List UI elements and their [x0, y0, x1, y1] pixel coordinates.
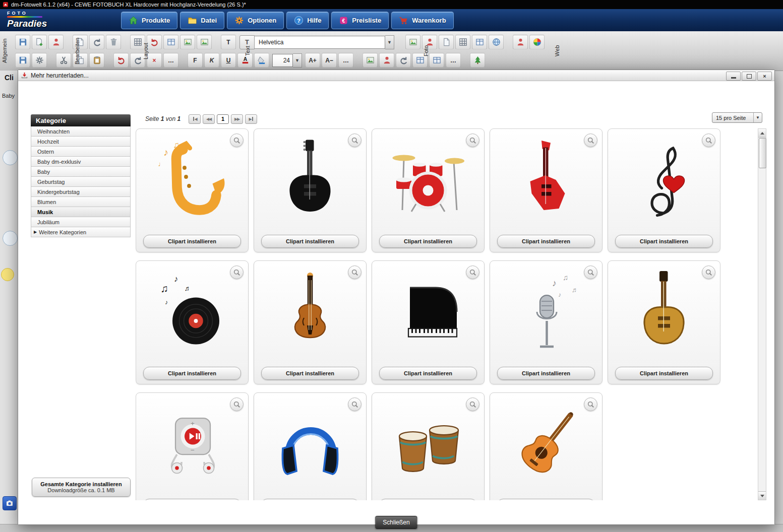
- more-icon[interactable]: …: [338, 53, 353, 68]
- category-item-baby-dm-exklusiv[interactable]: Baby dm-exklusiv: [31, 157, 131, 167]
- category-item-baby[interactable]: Baby: [31, 167, 131, 177]
- scroll-up-button[interactable]: [758, 129, 766, 138]
- zoom-icon[interactable]: [702, 134, 715, 147]
- more-icon[interactable]: …: [446, 53, 461, 68]
- nav-produkte-button[interactable]: Produkte: [121, 12, 177, 29]
- category-item-weitere-kategorien[interactable]: ▶Weitere Kategorien: [31, 227, 131, 237]
- dialog-maximize-button[interactable]: [742, 72, 756, 81]
- globe-icon[interactable]: [489, 35, 504, 49]
- insert-frames-icon[interactable]: [197, 35, 212, 49]
- dialog-close-button[interactable]: ×: [757, 72, 772, 81]
- insert-textframe-icon[interactable]: T: [221, 35, 236, 49]
- clipart-install-button[interactable]: Clipart installieren: [143, 367, 241, 380]
- ribbon-tab-allgemein[interactable]: Allgemein: [1, 32, 8, 70]
- zoom-icon[interactable]: [584, 134, 597, 147]
- zoom-icon[interactable]: [466, 265, 479, 279]
- zoom-icon[interactable]: [584, 265, 597, 279]
- new-page-icon[interactable]: [32, 35, 47, 49]
- underline-icon[interactable]: U: [221, 53, 236, 68]
- zoom-icon[interactable]: [466, 134, 479, 147]
- clipart-install-button[interactable]: Clipart installieren: [143, 499, 241, 500]
- zoom-icon[interactable]: [466, 397, 479, 411]
- page-size-select[interactable]: 15 pro Seite ▼: [712, 112, 762, 123]
- ribbon-tab-foto[interactable]: Foto: [423, 32, 430, 70]
- zoom-icon[interactable]: [702, 265, 715, 279]
- category-item-musik[interactable]: Musik: [31, 207, 131, 217]
- category-item-geburtstag[interactable]: Geburtstag: [31, 177, 131, 187]
- assistant-icon[interactable]: [48, 35, 64, 49]
- delete-icon[interactable]: [106, 35, 121, 49]
- insert-image-icon[interactable]: [405, 35, 420, 49]
- close-button[interactable]: Schließen: [375, 516, 417, 529]
- paste-icon[interactable]: [89, 53, 104, 68]
- install-category-button[interactable]: Gesamte Kategorie installieren Downloadg…: [32, 478, 131, 497]
- font-size-select[interactable]: 24▼: [272, 54, 302, 67]
- zoom-icon[interactable]: [348, 265, 362, 279]
- category-item-jubiläum[interactable]: Jubiläum: [31, 217, 131, 227]
- settings-icon[interactable]: [32, 53, 47, 68]
- zoom-icon[interactable]: [348, 134, 362, 147]
- scroll-down-button[interactable]: [758, 491, 766, 500]
- edit-image-icon[interactable]: [363, 53, 378, 68]
- cut-icon[interactable]: [56, 53, 71, 68]
- zoom-icon[interactable]: [230, 134, 244, 147]
- nav-warenkorb-button[interactable]: Warenkorb: [391, 12, 453, 29]
- ribbon-tab-web[interactable]: Web: [554, 32, 561, 70]
- bold-icon[interactable]: F: [188, 53, 203, 68]
- clipart-install-button[interactable]: Clipart installieren: [497, 235, 595, 248]
- category-item-hochzeit[interactable]: Hochzeit: [31, 137, 131, 147]
- clipart-install-button[interactable]: Clipart installieren: [261, 499, 359, 500]
- pagination-last-button[interactable]: ▶: [245, 114, 257, 124]
- copy-style-icon[interactable]: [439, 35, 454, 49]
- scrollbar-thumb[interactable]: [759, 138, 766, 168]
- category-item-ostern[interactable]: Ostern: [31, 147, 131, 157]
- ribbon-tab-bearbeiten[interactable]: Bearbeiten: [74, 32, 81, 70]
- columns-icon[interactable]: [472, 35, 487, 49]
- pagination-current-page[interactable]: 1: [217, 114, 229, 124]
- save-as-icon[interactable]: [15, 53, 30, 68]
- nav-datei-button[interactable]: Datei: [180, 12, 224, 29]
- category-item-blumen[interactable]: Blumen: [31, 197, 131, 207]
- nav-hilfe-button[interactable]: ?Hilfe: [286, 12, 329, 29]
- color-ball-icon[interactable]: [529, 35, 545, 49]
- dialog-minimize-button[interactable]: [726, 72, 741, 81]
- pagination-first-button[interactable]: ◀: [189, 114, 201, 124]
- columns2-icon[interactable]: [429, 53, 444, 68]
- zoom-icon[interactable]: [230, 265, 244, 279]
- clipart-install-button[interactable]: Clipart installieren: [615, 235, 713, 248]
- layout-icon[interactable]: [163, 35, 178, 49]
- more-icon[interactable]: …: [163, 53, 178, 68]
- nav-preisliste-button[interactable]: €Preisliste: [331, 12, 389, 29]
- category-item-weihnachten[interactable]: Weihnachten: [31, 126, 131, 137]
- category-item-kindergeburtstag[interactable]: Kindergeburtstag: [31, 187, 131, 197]
- clipart-install-button[interactable]: Clipart installieren: [261, 235, 359, 248]
- clipart-install-button[interactable]: Clipart installieren: [261, 367, 359, 380]
- clipart-install-button[interactable]: Clipart installieren: [379, 499, 477, 500]
- clipart-install-button[interactable]: Clipart installieren: [497, 499, 595, 500]
- nav-optionen-button[interactable]: Optionen: [227, 12, 284, 29]
- zoom-icon[interactable]: [584, 397, 597, 411]
- clipart-install-button[interactable]: Clipart installieren: [379, 235, 477, 248]
- zoom-icon[interactable]: [348, 397, 362, 411]
- ribbon-tab-text[interactable]: Text: [244, 32, 251, 70]
- clipart-install-button[interactable]: Clipart installieren: [379, 367, 477, 380]
- redo-icon[interactable]: [89, 35, 104, 49]
- tree-icon[interactable]: [470, 53, 485, 68]
- clipart-install-button[interactable]: Clipart installieren: [615, 367, 713, 380]
- pagination-prev-button[interactable]: ◀◀: [203, 114, 215, 124]
- photo-tool-icon[interactable]: [3, 496, 17, 510]
- grow-font-icon[interactable]: A+: [305, 53, 320, 68]
- rotate-image-icon[interactable]: [396, 53, 411, 68]
- save-icon[interactable]: [15, 35, 30, 49]
- add-person-icon[interactable]: [513, 35, 528, 49]
- clipart-install-button[interactable]: Clipart installieren: [143, 235, 241, 248]
- zoom-icon[interactable]: [230, 397, 244, 411]
- clipart-install-button[interactable]: Clipart installieren: [497, 367, 595, 380]
- insert-frame-icon[interactable]: [180, 35, 195, 49]
- fill-color-icon[interactable]: [254, 53, 269, 68]
- italic-icon[interactable]: K: [204, 53, 219, 68]
- resize-icon[interactable]: [455, 35, 470, 49]
- undo-icon[interactable]: [113, 53, 129, 68]
- ribbon-tab-layout[interactable]: Layout: [142, 32, 149, 70]
- shrink-font-icon[interactable]: A−: [322, 53, 337, 68]
